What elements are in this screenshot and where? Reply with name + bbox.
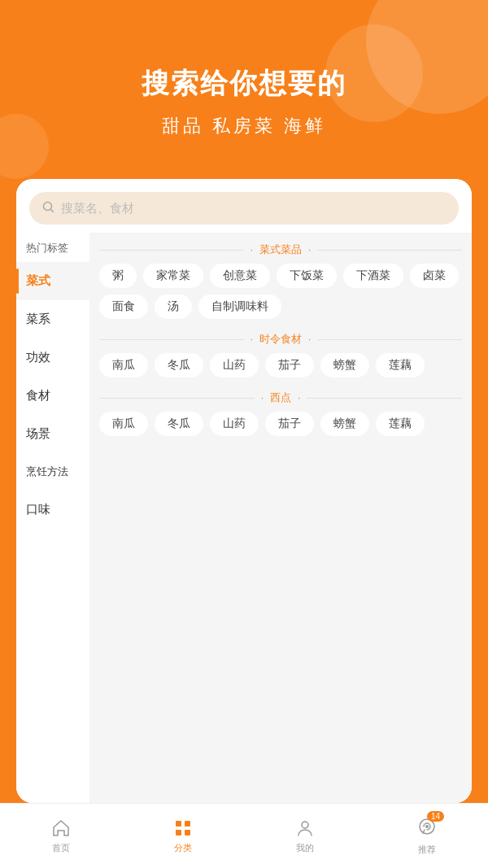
sidebar-item-cooking-method[interactable]: 烹饪方法 [16, 453, 89, 491]
sidebar: 热门标签 菜式 菜系 功效 食材 场景 烹饪方法 口味 [16, 233, 89, 803]
tag-lu[interactable]: 卤菜 [410, 264, 459, 288]
sidebar-item-cuisine-region[interactable]: 菜系 [16, 300, 89, 338]
svg-rect-4 [176, 830, 181, 835]
nav-item-mine[interactable]: 我的 [281, 818, 329, 854]
section-line-left-3 [99, 398, 255, 399]
tag-qiezi-1[interactable]: 茄子 [265, 353, 314, 377]
tag-qiezi-2[interactable]: 茄子 [265, 412, 314, 436]
tag-xiajiu[interactable]: 下酒菜 [343, 264, 403, 288]
main-content: · 菜式菜品 · 粥 家常菜 创意菜 下饭菜 下酒菜 卤菜 面食 汤 自制调味料… [89, 233, 472, 803]
tag-zhou[interactable]: 粥 [99, 264, 137, 288]
tag-chuangyi[interactable]: 创意菜 [210, 264, 270, 288]
recommend-badge-container: 14 [416, 816, 438, 840]
section-header-seasonal: · 时令食材 · [99, 322, 462, 353]
section-dot-right-3: · [298, 392, 300, 403]
section-title-2: 时令食材 [259, 332, 302, 347]
tag-donggua-1[interactable]: 冬瓜 [155, 353, 203, 377]
nav-item-recommend[interactable]: 14 推荐 [403, 816, 451, 856]
tag-donggua-2[interactable]: 冬瓜 [155, 412, 203, 436]
tag-grid-seasonal: 南瓜 冬瓜 山药 茄子 螃蟹 莲藕 [99, 353, 462, 377]
sidebar-item-scene[interactable]: 场景 [16, 415, 89, 453]
content-area: 热门标签 菜式 菜系 功效 食材 场景 烹饪方法 口味 · 菜式菜品 · 粥 家… [16, 233, 472, 803]
section-dot-right-1: · [308, 244, 311, 255]
nav-label-category: 分类 [174, 842, 192, 854]
section-dot-left-1: · [251, 244, 253, 255]
nav-label-recommend: 推荐 [418, 844, 436, 856]
sidebar-item-ingredient[interactable]: 食材 [16, 377, 89, 415]
tag-xiafan[interactable]: 下饭菜 [277, 264, 337, 288]
recommend-badge-count: 14 [427, 811, 444, 822]
tag-pangxie-1[interactable]: 螃蟹 [320, 353, 369, 377]
mine-icon [294, 818, 316, 839]
main-card: 搜菜名、食材 热门标签 菜式 菜系 功效 食材 场景 烹饪方法 口味 · 菜式菜… [16, 179, 472, 803]
nav-label-home: 首页 [52, 842, 70, 854]
nav-label-mine: 我的 [296, 842, 314, 854]
section-header-cuisine-dishes: · 菜式菜品 · [99, 233, 462, 264]
tag-jiachang[interactable]: 家常菜 [143, 264, 203, 288]
nav-item-category[interactable]: 分类 [159, 818, 207, 854]
nav-item-home[interactable]: 首页 [37, 818, 85, 854]
section-line-right-2 [317, 339, 462, 340]
tag-mianshi[interactable]: 面食 [99, 294, 148, 319]
sidebar-item-function[interactable]: 功效 [16, 338, 89, 377]
svg-line-1 [51, 210, 54, 212]
svg-rect-2 [176, 821, 181, 827]
tag-grid-cuisine-dishes: 粥 家常菜 创意菜 下饭菜 下酒菜 卤菜 面食 汤 自制调味料 [99, 264, 462, 319]
header-subtitle: 甜品 私房菜 海鲜 [0, 114, 488, 138]
tag-shanyao-1[interactable]: 山药 [210, 353, 259, 377]
section-dot-left-2: · [251, 334, 253, 345]
tag-shanyao-2[interactable]: 山药 [210, 412, 259, 436]
svg-rect-3 [185, 821, 190, 827]
bottom-nav: 首页 分类 我的 14 推荐 [0, 803, 488, 868]
section-line-right-3 [307, 398, 462, 399]
search-bar[interactable]: 搜菜名、食材 [29, 192, 459, 225]
section-line-left-2 [99, 339, 244, 340]
header-title: 搜索给你想要的 [0, 65, 488, 103]
tag-nangua-1[interactable]: 南瓜 [99, 353, 148, 377]
tag-lianao-1[interactable]: 莲藕 [376, 353, 425, 377]
svg-point-6 [302, 822, 308, 828]
tag-pangxie-2[interactable]: 螃蟹 [320, 412, 369, 436]
sidebar-header-label: 热门标签 [16, 233, 89, 262]
sidebar-item-cuisine-type[interactable]: 菜式 [16, 262, 89, 300]
section-title-3: 西点 [270, 390, 291, 405]
tag-tiaoliao[interactable]: 自制调味料 [198, 294, 281, 319]
svg-point-8 [425, 825, 429, 828]
header-text-area: 搜索给你想要的 甜品 私房菜 海鲜 [0, 65, 488, 138]
section-title-1: 菜式菜品 [259, 242, 302, 257]
search-bar-container: 搜菜名、食材 [16, 179, 472, 233]
search-icon [42, 201, 54, 216]
sidebar-item-flavor[interactable]: 口味 [16, 491, 89, 529]
category-icon [172, 818, 194, 839]
tag-tang[interactable]: 汤 [155, 294, 192, 319]
tag-lianao-2[interactable]: 莲藕 [376, 412, 425, 436]
svg-rect-5 [185, 830, 190, 835]
tag-nangua-2[interactable]: 南瓜 [99, 412, 148, 436]
section-dot-left-3: · [261, 392, 264, 403]
section-line-left-1 [99, 250, 244, 251]
section-line-right-1 [317, 250, 462, 251]
section-dot-right-2: · [308, 334, 311, 345]
home-icon [50, 818, 72, 839]
section-header-western: · 西点 · [99, 381, 462, 412]
search-placeholder-text: 搜菜名、食材 [61, 201, 134, 216]
tag-grid-western: 南瓜 冬瓜 山药 茄子 螃蟹 莲藕 [99, 412, 462, 436]
